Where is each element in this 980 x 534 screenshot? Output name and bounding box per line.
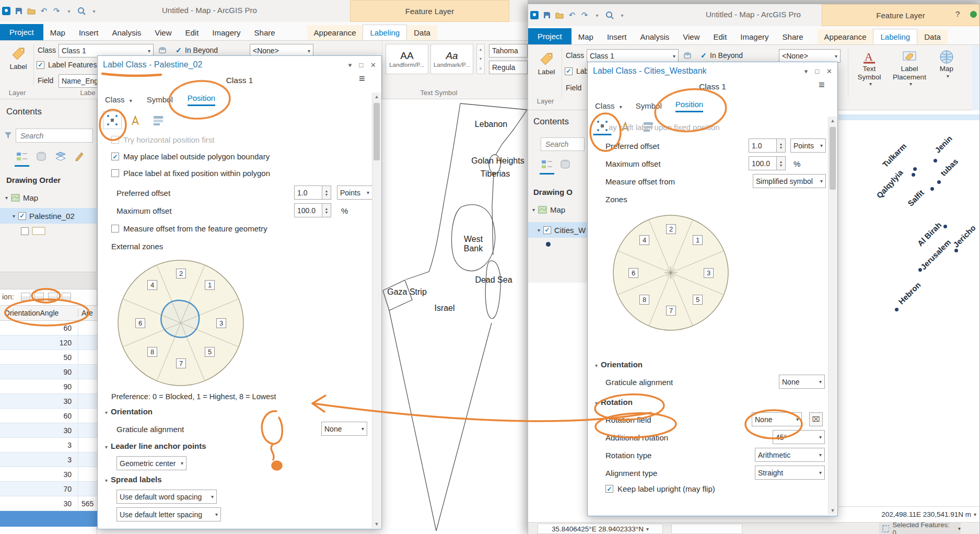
coordinate-bar[interactable]: 202,498.11E 230,541.91N m ▾ xyxy=(838,506,979,522)
table-row[interactable]: 30 xyxy=(0,423,97,438)
table-row[interactable]: 70 xyxy=(0,482,97,496)
maximize-icon[interactable]: □ xyxy=(359,61,363,69)
in-beyond-check-icon[interactable]: ✓ xyxy=(176,46,182,54)
option-keep-upright[interactable]: Keep label upright (may flip) xyxy=(605,484,715,493)
close-icon[interactable]: ✕ xyxy=(370,61,376,69)
zone-8[interactable]: 8 xyxy=(147,347,157,357)
contents-search[interactable] xyxy=(541,137,585,151)
layer-visibility-checkbox[interactable] xyxy=(18,212,26,220)
save-icon[interactable] xyxy=(541,9,553,21)
beyond-combo[interactable]: <None>▾ xyxy=(779,49,841,63)
menu-icon[interactable]: ≡ xyxy=(819,79,825,91)
preferred-offset-input[interactable]: 1.0 xyxy=(294,185,322,200)
tab-labeling[interactable]: Labeling xyxy=(873,29,917,44)
scrollbar-thumb[interactable] xyxy=(374,103,380,160)
pane-splitter[interactable] xyxy=(0,272,97,289)
collapsed-panel-strip[interactable] xyxy=(972,45,979,110)
gallery-up-icon[interactable]: ▴ xyxy=(480,47,482,52)
table-row[interactable]: 30565 xyxy=(0,496,97,511)
sql-expression-icon[interactable] xyxy=(682,50,694,62)
table-tool-icon[interactable] xyxy=(48,293,57,301)
rotation-field-combo[interactable]: None▾ xyxy=(752,412,802,426)
redo-dropdown-icon[interactable]: ▾ xyxy=(591,9,603,21)
coordinate-dropdown-icon[interactable]: ▾ xyxy=(974,512,976,517)
data-source-view-icon[interactable] xyxy=(559,158,571,173)
zone-6[interactable]: 6 xyxy=(135,318,145,328)
tab-share[interactable]: Share xyxy=(776,29,810,44)
undo-icon[interactable]: ↶ xyxy=(566,9,578,21)
section-orientation[interactable]: ▾Orientation xyxy=(105,407,153,416)
tab-class[interactable]: Class ▾ xyxy=(105,95,132,106)
expand-icon[interactable]: ▾ xyxy=(532,207,535,213)
tab-project[interactable]: Project xyxy=(528,28,571,44)
tab-insert[interactable]: Insert xyxy=(72,25,106,40)
tab-position[interactable]: Position xyxy=(188,94,215,106)
zoom-tool-icon[interactable] xyxy=(603,9,616,21)
selection-view-icon[interactable] xyxy=(54,150,67,165)
expand-icon[interactable]: ▾ xyxy=(538,227,540,233)
customize-toolbar-icon[interactable]: ▾ xyxy=(88,5,100,17)
zoom-tool-icon[interactable] xyxy=(75,5,88,17)
edit-view-icon[interactable] xyxy=(74,150,85,165)
redo-icon[interactable]: ↷ xyxy=(578,9,591,21)
tab-symbol[interactable]: Symbol xyxy=(147,95,173,106)
font-style-combo[interactable]: Regula xyxy=(489,61,528,74)
option-fixed-position[interactable]: Place label at fixed position within pol… xyxy=(111,169,270,178)
dialog-scrollbar[interactable]: ▲ ▼ xyxy=(828,117,837,515)
section-spread-labels[interactable]: ▾Spread labels xyxy=(105,475,162,484)
placement-position-icon[interactable] xyxy=(103,111,122,129)
tree-item-palestine-02[interactable]: ▾ Palestine_02 xyxy=(0,208,97,224)
font-name-combo[interactable]: Tahoma xyxy=(489,44,528,57)
letter-spacing-combo[interactable]: Use default letter spacing▾ xyxy=(116,507,221,521)
placement-anchor-icon[interactable] xyxy=(126,111,145,129)
tree-item-map[interactable]: ▾ Map xyxy=(5,193,38,202)
gallery-scroll[interactable]: ▴▾≡ xyxy=(476,44,485,74)
expand-icon[interactable]: ▾ xyxy=(13,213,15,219)
open-folder-icon[interactable] xyxy=(25,5,38,17)
section-leader-line[interactable]: ▾Leader line anchor points xyxy=(105,442,206,450)
tab-appearance[interactable]: Appearance xyxy=(307,25,363,40)
table-row[interactable]: 60 xyxy=(0,321,97,335)
maximum-offset-spinner[interactable]: ▲▼ xyxy=(777,156,786,170)
tree-item-map[interactable]: ▾ Map xyxy=(532,205,565,214)
maximum-offset-spinner[interactable]: ▲▼ xyxy=(322,203,331,217)
pin-icon[interactable]: ▾ xyxy=(348,61,352,69)
drawing-order-view-icon[interactable] xyxy=(16,150,28,165)
table-row[interactable]: 3 xyxy=(0,452,97,467)
option-measure-offset[interactable]: Measure offset from the feature geometry xyxy=(111,224,267,233)
dialog-scrollbar[interactable]: ▲ ▼ xyxy=(372,92,381,528)
table-row[interactable]: 50 xyxy=(0,350,97,365)
table-row-selected[interactable] xyxy=(0,511,97,527)
menu-icon[interactable]: ≡ xyxy=(359,73,365,85)
gallery-expand-icon[interactable]: ≡ xyxy=(480,66,482,71)
tab-analysis[interactable]: Analysis xyxy=(105,25,148,40)
tab-share[interactable]: Share xyxy=(248,25,282,40)
zone-1[interactable]: 1 xyxy=(693,235,703,245)
label-button[interactable]: Label xyxy=(533,50,559,76)
zone-3[interactable]: 3 xyxy=(704,268,714,278)
label-features-checkbox[interactable] xyxy=(565,67,573,75)
fixed-position-checkbox[interactable] xyxy=(111,169,119,177)
preferred-offset-unit-combo[interactable]: Points▾ xyxy=(337,185,372,200)
tab-project[interactable]: Project xyxy=(0,24,43,40)
zone-5[interactable]: 5 xyxy=(205,347,215,357)
table-tool-icon[interactable] xyxy=(62,293,71,301)
text-symbol-button[interactable]: A Text Symbol▾ xyxy=(853,49,885,87)
graticule-alignment-combo[interactable]: None▾ xyxy=(321,422,367,436)
redo-icon[interactable]: ↷ xyxy=(50,5,63,17)
layer-symbol-row[interactable] xyxy=(21,227,45,235)
option-try-horizontal[interactable]: Try horizontal position first xyxy=(111,135,215,144)
tab-map[interactable]: Map xyxy=(571,29,600,44)
keep-upright-checkbox[interactable] xyxy=(605,485,613,493)
zone-7[interactable]: 7 xyxy=(176,358,186,368)
column-header-orientationangle[interactable]: OrientationAngle xyxy=(0,309,78,317)
map-view-right[interactable] xyxy=(838,110,979,507)
try-horizontal-checkbox[interactable] xyxy=(111,136,119,144)
zone-6[interactable]: 6 xyxy=(628,268,638,278)
label-button[interactable]: Label xyxy=(5,45,31,71)
point-symbol-patch[interactable] xyxy=(546,242,551,247)
expression-builder-icon[interactable]: ⌧ xyxy=(809,412,823,426)
external-zones-diagram[interactable]: 2 1 3 5 7 8 6 4 xyxy=(115,258,246,388)
zone-2[interactable]: 2 xyxy=(666,224,676,234)
zone-4[interactable]: 4 xyxy=(147,280,157,290)
